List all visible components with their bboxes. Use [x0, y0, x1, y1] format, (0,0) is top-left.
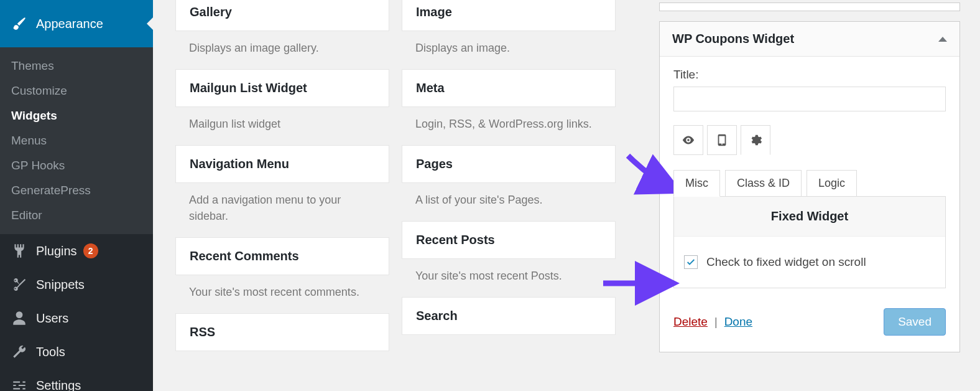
wrench-icon — [11, 344, 27, 360]
submenu-customize[interactable]: Customize — [0, 78, 153, 103]
available-widgets: Gallery Displays an image gallery. Mailg… — [175, 0, 616, 351]
scissors-icon — [11, 276, 27, 293]
title-input[interactable] — [673, 87, 946, 111]
menu-appearance-label: Appearance — [36, 17, 103, 31]
menu-tools-label: Tools — [36, 345, 65, 359]
widget-panel-closed — [659, 2, 960, 11]
menu-plugins-label: Plugins — [36, 244, 77, 258]
tab-misc[interactable]: Misc — [673, 170, 720, 197]
delete-link[interactable]: Delete — [673, 315, 708, 328]
widget-search[interactable]: Search — [402, 297, 616, 335]
menu-plugins[interactable]: Plugins 2 — [0, 234, 153, 268]
menu-appearance[interactable]: Appearance — [0, 0, 153, 47]
widget-pages[interactable]: Pages — [402, 145, 616, 183]
widget-meta[interactable]: Meta — [402, 69, 616, 107]
tab-class-id[interactable]: Class & ID — [725, 170, 802, 197]
widget-recent-comments[interactable]: Recent Comments — [175, 237, 389, 275]
widgets-col-right: Image Displays an image. Meta Login, RSS… — [402, 0, 616, 351]
tab-visibility[interactable] — [673, 125, 703, 155]
mobile-icon — [715, 133, 729, 147]
user-icon — [11, 310, 27, 326]
collapse-icon — [938, 37, 947, 42]
menu-snippets-label: Snippets — [36, 278, 85, 292]
widget-navmenu-desc: Add a navigation menu to your sidebar. — [175, 183, 389, 238]
fixed-widget-label[interactable]: Check to fixed widget on scroll — [706, 255, 866, 269]
saved-button[interactable]: Saved — [884, 308, 946, 336]
widget-panel-wp-coupons: WP Coupons Widget Title: Misc Class & ID… — [659, 21, 960, 352]
submenu-themes[interactable]: Themes — [0, 54, 153, 78]
plugin-icon — [11, 243, 27, 259]
done-link[interactable]: Done — [724, 315, 752, 328]
widgets-col-left: Gallery Displays an image gallery. Mailg… — [175, 0, 389, 351]
menu-tools[interactable]: Tools — [0, 335, 153, 369]
plugins-badge: 2 — [83, 243, 98, 258]
submenu-menus[interactable]: Menus — [0, 128, 153, 153]
widget-recent-posts-desc: Your site's most recent Posts. — [402, 259, 616, 298]
widget-recent-posts[interactable]: Recent Posts — [402, 221, 616, 259]
widget-rss[interactable]: RSS — [175, 313, 389, 351]
menu-users-label: Users — [36, 311, 68, 326]
widget-gallery[interactable]: Gallery — [175, 0, 389, 31]
widget-pages-desc: A list of your site's Pages. — [402, 183, 616, 222]
widget-panel-header[interactable]: WP Coupons Widget — [660, 22, 959, 57]
menu-settings[interactable]: Settings — [0, 369, 153, 391]
gear-icon — [749, 133, 762, 147]
brush-icon — [11, 16, 27, 32]
fixed-widget-box: Fixed Widget Check to fixed widget on sc… — [673, 196, 946, 288]
visibility-icon-tabs — [673, 125, 946, 155]
widget-recent-comments-desc: Your site's most recent comments. — [175, 275, 389, 314]
widget-navmenu[interactable]: Navigation Menu — [175, 145, 389, 183]
widget-mailgun-desc: Mailgun list widget — [175, 107, 389, 146]
tab-logic[interactable]: Logic — [807, 170, 857, 197]
widget-meta-desc: Login, RSS, & WordPress.org links. — [402, 107, 616, 146]
submenu-gp-hooks[interactable]: GP Hooks — [0, 153, 153, 178]
widget-image[interactable]: Image — [402, 0, 616, 31]
submenu-generatepress[interactable]: GeneratePress — [0, 178, 153, 203]
admin-sidebar: Appearance Themes Customize Widgets Menu… — [0, 0, 153, 391]
settings-tabs: Misc Class & ID Logic — [673, 170, 946, 197]
tab-settings-gear[interactable] — [741, 125, 770, 155]
appearance-submenu: Themes Customize Widgets Menus GP Hooks … — [0, 47, 153, 234]
sliders-icon — [11, 377, 27, 391]
separator: | — [714, 316, 718, 328]
title-field-label: Title: — [673, 68, 946, 82]
menu-users[interactable]: Users — [0, 301, 153, 335]
fixed-widget-checkbox[interactable] — [684, 255, 698, 269]
tab-device[interactable] — [707, 125, 737, 155]
widget-panel-title: WP Coupons Widget — [672, 32, 794, 46]
submenu-editor[interactable]: Editor — [0, 203, 153, 228]
menu-snippets[interactable]: Snippets — [0, 268, 153, 301]
fixed-widget-heading: Fixed Widget — [674, 197, 945, 237]
widget-gallery-desc: Displays an image gallery. — [175, 31, 389, 70]
panel-actions: Delete | Done Saved — [673, 308, 946, 336]
eye-icon — [682, 133, 695, 147]
submenu-widgets[interactable]: Widgets — [0, 103, 153, 128]
menu-settings-label: Settings — [36, 379, 81, 392]
widget-image-desc: Displays an image. — [402, 31, 616, 70]
widget-mailgun[interactable]: Mailgun List Widget — [175, 69, 389, 107]
